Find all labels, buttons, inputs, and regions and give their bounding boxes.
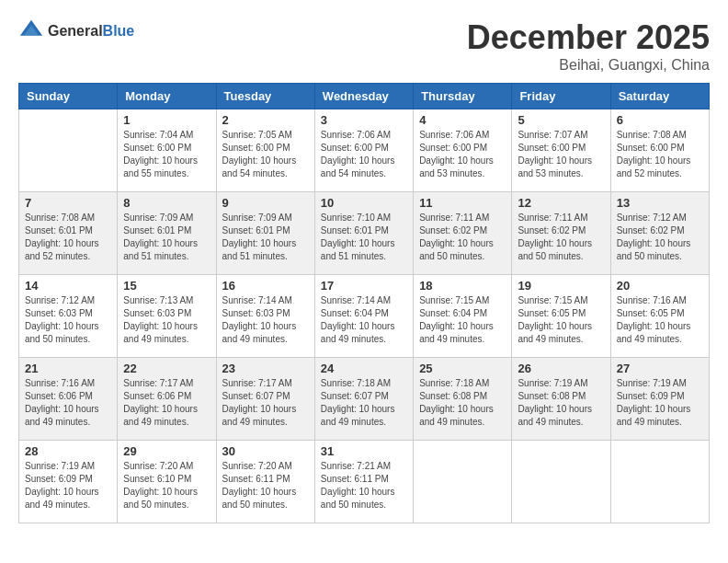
week-row-1: 1Sunrise: 7:04 AM Sunset: 6:00 PM Daylig… bbox=[19, 109, 710, 192]
table-cell: 30Sunrise: 7:20 AM Sunset: 6:11 PM Dayli… bbox=[216, 441, 314, 523]
header-tuesday: Tuesday bbox=[216, 84, 314, 109]
day-info: Sunrise: 7:16 AM Sunset: 6:05 PM Dayligh… bbox=[617, 294, 703, 346]
table-cell: 5Sunrise: 7:07 AM Sunset: 6:00 PM Daylig… bbox=[512, 109, 610, 192]
table-cell bbox=[19, 109, 118, 192]
day-info: Sunrise: 7:18 AM Sunset: 6:08 PM Dayligh… bbox=[419, 377, 506, 429]
header-thursday: Thursday bbox=[414, 84, 512, 109]
day-number: 13 bbox=[617, 196, 703, 210]
table-cell: 24Sunrise: 7:18 AM Sunset: 6:07 PM Dayli… bbox=[314, 358, 413, 441]
day-number: 31 bbox=[321, 444, 407, 458]
table-cell: 16Sunrise: 7:14 AM Sunset: 6:03 PM Dayli… bbox=[216, 275, 314, 358]
table-cell: 18Sunrise: 7:15 AM Sunset: 6:04 PM Dayli… bbox=[414, 275, 512, 358]
table-cell: 14Sunrise: 7:12 AM Sunset: 6:03 PM Dayli… bbox=[19, 275, 118, 358]
table-cell bbox=[610, 441, 709, 523]
day-number: 18 bbox=[419, 279, 506, 293]
day-number: 20 bbox=[617, 279, 703, 293]
day-info: Sunrise: 7:08 AM Sunset: 6:00 PM Dayligh… bbox=[617, 129, 703, 180]
day-info: Sunrise: 7:19 AM Sunset: 6:08 PM Dayligh… bbox=[518, 377, 604, 429]
day-number: 8 bbox=[123, 196, 210, 210]
table-cell: 19Sunrise: 7:15 AM Sunset: 6:05 PM Dayli… bbox=[512, 275, 610, 358]
table-cell: 27Sunrise: 7:19 AM Sunset: 6:09 PM Dayli… bbox=[610, 358, 709, 441]
table-cell: 1Sunrise: 7:04 AM Sunset: 6:00 PM Daylig… bbox=[118, 109, 216, 192]
day-info: Sunrise: 7:09 AM Sunset: 6:01 PM Dayligh… bbox=[123, 212, 210, 263]
day-number: 6 bbox=[617, 113, 703, 127]
day-info: Sunrise: 7:14 AM Sunset: 6:03 PM Dayligh… bbox=[222, 294, 309, 346]
table-cell: 10Sunrise: 7:10 AM Sunset: 6:01 PM Dayli… bbox=[314, 192, 413, 275]
table-cell: 29Sunrise: 7:20 AM Sunset: 6:10 PM Dayli… bbox=[118, 441, 216, 523]
day-number: 14 bbox=[25, 279, 111, 293]
day-info: Sunrise: 7:21 AM Sunset: 6:11 PM Dayligh… bbox=[321, 460, 407, 511]
day-info: Sunrise: 7:12 AM Sunset: 6:02 PM Dayligh… bbox=[617, 212, 703, 263]
week-row-2: 7Sunrise: 7:08 AM Sunset: 6:01 PM Daylig… bbox=[19, 192, 710, 275]
day-info: Sunrise: 7:17 AM Sunset: 6:07 PM Dayligh… bbox=[222, 377, 309, 429]
header-friday: Friday bbox=[512, 84, 610, 109]
week-row-4: 21Sunrise: 7:16 AM Sunset: 6:06 PM Dayli… bbox=[19, 358, 710, 441]
table-cell: 23Sunrise: 7:17 AM Sunset: 6:07 PM Dayli… bbox=[216, 358, 314, 441]
table-cell: 11Sunrise: 7:11 AM Sunset: 6:02 PM Dayli… bbox=[414, 192, 512, 275]
day-number: 29 bbox=[123, 444, 210, 458]
day-info: Sunrise: 7:18 AM Sunset: 6:07 PM Dayligh… bbox=[321, 377, 407, 429]
table-cell: 25Sunrise: 7:18 AM Sunset: 6:08 PM Dayli… bbox=[414, 358, 512, 441]
page-header: GeneralBlue December 2025 Beihai, Guangx… bbox=[18, 18, 710, 74]
day-info: Sunrise: 7:20 AM Sunset: 6:11 PM Dayligh… bbox=[222, 460, 309, 511]
day-info: Sunrise: 7:05 AM Sunset: 6:00 PM Dayligh… bbox=[222, 129, 309, 180]
day-info: Sunrise: 7:08 AM Sunset: 6:01 PM Dayligh… bbox=[25, 212, 111, 263]
day-number: 12 bbox=[518, 196, 604, 210]
table-cell: 9Sunrise: 7:09 AM Sunset: 6:01 PM Daylig… bbox=[216, 192, 314, 275]
day-info: Sunrise: 7:16 AM Sunset: 6:06 PM Dayligh… bbox=[25, 377, 111, 429]
table-cell bbox=[512, 441, 610, 523]
day-number: 11 bbox=[419, 196, 506, 210]
day-number: 27 bbox=[617, 362, 703, 375]
day-number: 23 bbox=[222, 362, 309, 375]
day-info: Sunrise: 7:04 AM Sunset: 6:00 PM Dayligh… bbox=[123, 129, 210, 180]
day-info: Sunrise: 7:06 AM Sunset: 6:00 PM Dayligh… bbox=[419, 129, 506, 180]
day-info: Sunrise: 7:10 AM Sunset: 6:01 PM Dayligh… bbox=[321, 212, 407, 263]
table-cell: 28Sunrise: 7:19 AM Sunset: 6:09 PM Dayli… bbox=[19, 441, 118, 523]
logo-blue: Blue bbox=[103, 23, 135, 39]
day-info: Sunrise: 7:07 AM Sunset: 6:00 PM Dayligh… bbox=[518, 129, 604, 180]
table-cell: 8Sunrise: 7:09 AM Sunset: 6:01 PM Daylig… bbox=[118, 192, 216, 275]
day-number: 30 bbox=[222, 444, 309, 458]
day-number: 5 bbox=[518, 113, 604, 127]
logo-general: General bbox=[48, 23, 103, 39]
table-cell: 2Sunrise: 7:05 AM Sunset: 6:00 PM Daylig… bbox=[216, 109, 314, 192]
day-info: Sunrise: 7:20 AM Sunset: 6:10 PM Dayligh… bbox=[123, 460, 210, 511]
day-number: 3 bbox=[321, 113, 407, 127]
table-cell: 13Sunrise: 7:12 AM Sunset: 6:02 PM Dayli… bbox=[610, 192, 709, 275]
table-cell: 20Sunrise: 7:16 AM Sunset: 6:05 PM Dayli… bbox=[610, 275, 709, 358]
table-cell: 6Sunrise: 7:08 AM Sunset: 6:00 PM Daylig… bbox=[610, 109, 709, 192]
header-sunday: Sunday bbox=[19, 84, 118, 109]
calendar-table: Sunday Monday Tuesday Wednesday Thursday… bbox=[18, 83, 710, 523]
logo: GeneralBlue bbox=[18, 18, 134, 44]
table-cell: 17Sunrise: 7:14 AM Sunset: 6:04 PM Dayli… bbox=[314, 275, 413, 358]
day-number: 15 bbox=[123, 279, 210, 293]
day-number: 10 bbox=[321, 196, 407, 210]
day-number: 24 bbox=[321, 362, 407, 375]
day-info: Sunrise: 7:19 AM Sunset: 6:09 PM Dayligh… bbox=[25, 460, 111, 511]
day-number: 25 bbox=[419, 362, 506, 375]
day-number: 22 bbox=[123, 362, 210, 375]
day-number: 7 bbox=[25, 196, 111, 210]
header-monday: Monday bbox=[118, 84, 216, 109]
day-number: 21 bbox=[25, 362, 111, 375]
day-number: 16 bbox=[222, 279, 309, 293]
day-info: Sunrise: 7:19 AM Sunset: 6:09 PM Dayligh… bbox=[617, 377, 703, 429]
table-cell: 4Sunrise: 7:06 AM Sunset: 6:00 PM Daylig… bbox=[414, 109, 512, 192]
table-cell bbox=[414, 441, 512, 523]
day-number: 19 bbox=[518, 279, 604, 293]
day-info: Sunrise: 7:15 AM Sunset: 6:05 PM Dayligh… bbox=[518, 294, 604, 346]
table-cell: 12Sunrise: 7:11 AM Sunset: 6:02 PM Dayli… bbox=[512, 192, 610, 275]
logo-icon bbox=[18, 18, 44, 44]
table-cell: 21Sunrise: 7:16 AM Sunset: 6:06 PM Dayli… bbox=[19, 358, 118, 441]
calendar-subtitle: Beihai, Guangxi, China bbox=[467, 57, 710, 74]
day-number: 9 bbox=[222, 196, 309, 210]
day-number: 4 bbox=[419, 113, 506, 127]
table-cell: 15Sunrise: 7:13 AM Sunset: 6:03 PM Dayli… bbox=[118, 275, 216, 358]
day-info: Sunrise: 7:13 AM Sunset: 6:03 PM Dayligh… bbox=[123, 294, 210, 346]
table-cell: 26Sunrise: 7:19 AM Sunset: 6:08 PM Dayli… bbox=[512, 358, 610, 441]
day-number: 1 bbox=[123, 113, 210, 127]
header-wednesday: Wednesday bbox=[314, 84, 413, 109]
table-cell: 7Sunrise: 7:08 AM Sunset: 6:01 PM Daylig… bbox=[19, 192, 118, 275]
day-info: Sunrise: 7:09 AM Sunset: 6:01 PM Dayligh… bbox=[222, 212, 309, 263]
day-number: 17 bbox=[321, 279, 407, 293]
